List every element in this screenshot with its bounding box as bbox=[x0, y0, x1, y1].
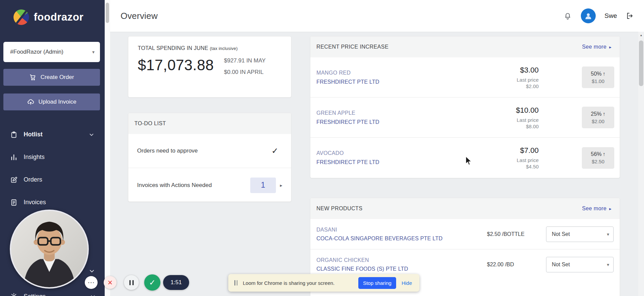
todo-row-orders-approve[interactable]: Orders need to approve ✓ bbox=[128, 134, 291, 168]
products-card-title: NEW PRODUCTS bbox=[316, 206, 362, 212]
page-scrollbar-thumb[interactable] bbox=[639, 41, 643, 86]
spending-title-text: TOTAL SPENDING IN JUNE bbox=[138, 45, 208, 51]
spending-values: $17,073.88 $927.91 IN MAY $0.00 IN APRIL bbox=[138, 57, 282, 76]
gear-icon bbox=[10, 293, 18, 296]
brand-name: foodrazor bbox=[34, 11, 83, 23]
product-name[interactable]: DASANI bbox=[316, 227, 487, 233]
increase-amount: $1.00 bbox=[592, 78, 604, 84]
logout-icon[interactable] bbox=[626, 12, 634, 20]
chevron-down-icon[interactable] bbox=[90, 293, 96, 296]
username: Swe bbox=[604, 12, 617, 20]
chevron-down-icon: ▾ bbox=[92, 49, 95, 55]
spending-card-title: TOTAL SPENDING IN JUNE (tax inclusive) bbox=[138, 45, 282, 51]
new-product-row[interactable]: DASANI COCA-COLA SINGAPORE BEVERAGES PTE… bbox=[310, 219, 620, 249]
workspace-selector[interactable]: #FoodRazor (Admin) ▾ bbox=[3, 42, 100, 62]
see-more-label: See more bbox=[582, 206, 607, 212]
chevron-down-icon[interactable] bbox=[88, 132, 95, 138]
edit-icon bbox=[10, 176, 18, 184]
total-spending-card: TOTAL SPENDING IN JUNE (tax inclusive) $… bbox=[128, 36, 291, 98]
cloud-upload-icon bbox=[27, 98, 34, 106]
price-card-title: RECENT PRICE INCREASE bbox=[316, 44, 388, 50]
todo-row-invoices-actions[interactable]: Invoices with Actions Needed 1 ▸ bbox=[128, 168, 291, 202]
category-select[interactable]: Not Set ▾ bbox=[546, 257, 614, 272]
create-order-label: Create Order bbox=[41, 74, 74, 81]
increase-percent: 25% bbox=[591, 111, 601, 117]
page-scrollbar[interactable]: ▲ bbox=[638, 32, 644, 296]
chevron-right-icon[interactable]: ▸ bbox=[280, 183, 282, 188]
clipboard-icon bbox=[10, 131, 18, 138]
increase-percent: 50% bbox=[591, 71, 601, 77]
sidebar-item-label: Hotlist bbox=[24, 131, 43, 138]
upload-invoice-label: Upload Invoice bbox=[38, 99, 76, 105]
see-more-arrow-icon: ▸ bbox=[609, 45, 612, 50]
create-order-button[interactable]: Create Order bbox=[3, 69, 100, 86]
supplier-name[interactable]: COCA-COLA SINGAPORE BEVERAGES PTE LTD bbox=[316, 236, 487, 242]
stop-sharing-button[interactable]: Stop sharing bbox=[358, 277, 396, 289]
workspace-selector-value: #FoodRazor (Admin) bbox=[10, 49, 63, 55]
price-increase-badge: 56%↑ $2.50 bbox=[582, 147, 614, 169]
sidebar-scroll-down-chevron-icon[interactable] bbox=[88, 268, 95, 274]
sidebar-scrollbar[interactable] bbox=[105, 0, 110, 296]
spending-april: $0.00 IN APRIL bbox=[224, 68, 265, 76]
recorder-finish-button[interactable]: ✓ bbox=[144, 274, 160, 291]
drag-handle-icon[interactable] bbox=[234, 280, 237, 286]
user-avatar[interactable] bbox=[581, 8, 596, 23]
supplier-name[interactable]: CLASSIC FINE FOODS (S) PTE LTD bbox=[316, 266, 487, 272]
chevron-down-icon: ▾ bbox=[607, 262, 609, 267]
sidebar-item-label: Insights bbox=[24, 154, 45, 161]
price-increase-row[interactable]: AVOCADO FRESHDIRECT PTE LTD $7.00 Last p… bbox=[310, 138, 620, 178]
sidebar-item-insights[interactable]: Insights bbox=[0, 146, 105, 168]
recorder-pause-button[interactable] bbox=[124, 275, 139, 290]
cart-icon bbox=[29, 74, 36, 81]
sidebar-scrollbar-thumb[interactable] bbox=[106, 3, 109, 23]
arrow-up-icon: ↑ bbox=[603, 71, 606, 77]
sidebar-item-label: Invoices bbox=[24, 199, 46, 206]
recorder-more-button[interactable]: ⋯ bbox=[85, 276, 98, 289]
product-name[interactable]: ORGANIC CHICKEN bbox=[316, 257, 487, 263]
recorder-timer: 1:51 bbox=[163, 275, 189, 290]
category-select[interactable]: Not Set ▾ bbox=[546, 226, 614, 242]
bar-chart-icon bbox=[10, 154, 18, 161]
category-select-value: Not Set bbox=[552, 262, 570, 268]
todo-list-card: TO-DO LIST Orders need to approve ✓ Invo… bbox=[128, 113, 291, 202]
upload-invoice-button[interactable]: Upload Invoice bbox=[3, 93, 100, 110]
presenter-illustration bbox=[11, 211, 87, 287]
price-see-more-link[interactable]: See more ▸ bbox=[582, 44, 612, 50]
webcam-bubble[interactable] bbox=[10, 210, 89, 289]
sidebar-item-orders[interactable]: Orders bbox=[0, 168, 105, 191]
products-card-header: NEW PRODUCTS See more ▸ bbox=[310, 198, 620, 219]
sidebar-item-hotlist[interactable]: Hotlist bbox=[0, 123, 105, 146]
current-price: $3.00 bbox=[517, 66, 539, 75]
product-name[interactable]: GREEN APPLE bbox=[316, 110, 516, 116]
foodrazor-logo-icon bbox=[14, 9, 29, 25]
products-see-more-link[interactable]: See more ▸ bbox=[582, 206, 612, 212]
spending-may: $927.91 IN MAY bbox=[224, 57, 265, 65]
price-increase-row[interactable]: MANGO RED FRESHDIRECT PTE LTD $3.00 Last… bbox=[310, 57, 620, 98]
price-increase-badge: 50%↑ $1.00 bbox=[582, 66, 614, 88]
sidebar-item-label: Orders bbox=[24, 176, 42, 183]
last-price-label: Last price bbox=[517, 77, 539, 83]
hide-share-bar-link[interactable]: Hide bbox=[402, 280, 412, 286]
todo-card-header: TO-DO LIST bbox=[128, 113, 291, 134]
supplier-name[interactable]: FRESHDIRECT PTE LTD bbox=[316, 159, 517, 165]
invoices-actions-count-badge[interactable]: 1 bbox=[250, 178, 276, 193]
product-price: $22.00 /BD bbox=[487, 262, 544, 268]
main-content: TOTAL SPENDING IN JUNE (tax inclusive) $… bbox=[110, 32, 638, 296]
product-name[interactable]: MANGO RED bbox=[316, 70, 517, 76]
supplier-name[interactable]: FRESHDIRECT PTE LTD bbox=[316, 79, 517, 85]
recent-price-increase-card: RECENT PRICE INCREASE See more ▸ MANGO R… bbox=[310, 36, 620, 178]
arrow-up-icon: ↑ bbox=[603, 111, 606, 117]
current-price: $7.00 bbox=[517, 146, 539, 155]
price-increase-row[interactable]: GREEN APPLE FRESHDIRECT PTE LTD $10.00 L… bbox=[310, 98, 620, 138]
todo-card-title: TO-DO LIST bbox=[134, 120, 166, 127]
notifications-bell-icon[interactable] bbox=[563, 11, 572, 20]
spending-title-suffix: (tax inclusive) bbox=[210, 46, 237, 51]
todo-row-label: Orders need to approve bbox=[137, 147, 198, 154]
supplier-name[interactable]: FRESHDIRECT PTE LTD bbox=[316, 119, 516, 125]
screen-share-bar: Loom for Chrome is sharing your screen. … bbox=[228, 274, 419, 292]
product-name[interactable]: AVOCADO bbox=[316, 150, 517, 156]
recorder-cancel-button[interactable]: ✕ bbox=[104, 276, 117, 289]
top-bar: Overview Swe bbox=[110, 0, 644, 32]
last-price-label: Last price bbox=[516, 117, 539, 123]
scrollbar-up-arrow[interactable]: ▲ bbox=[638, 32, 644, 38]
